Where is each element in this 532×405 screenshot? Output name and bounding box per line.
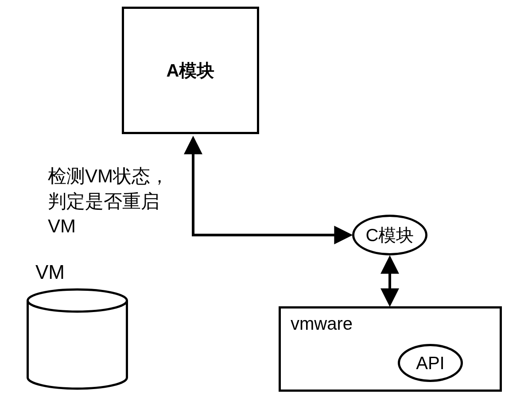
vm-cylinder-icon <box>26 288 129 390</box>
vmware-label: vmware <box>291 314 353 334</box>
arrow-annotation: 检测VM状态， 判定是否重启 VM <box>48 164 169 239</box>
module-a-box: A模块 <box>122 7 259 134</box>
api-ellipse: API <box>398 344 463 382</box>
module-a-label: A模块 <box>167 58 215 83</box>
svg-point-0 <box>28 289 127 312</box>
api-label: API <box>416 353 444 373</box>
module-c-ellipse: C模块 <box>352 215 427 255</box>
annotation-line-2: 判定是否重启 <box>48 189 169 214</box>
annotation-line-3: VM <box>48 214 169 239</box>
annotation-line-1: 检测VM状态， <box>48 164 169 189</box>
module-c-label: C模块 <box>366 223 414 247</box>
vm-label: VM <box>35 261 65 283</box>
vmware-box: vmware API <box>279 306 502 392</box>
